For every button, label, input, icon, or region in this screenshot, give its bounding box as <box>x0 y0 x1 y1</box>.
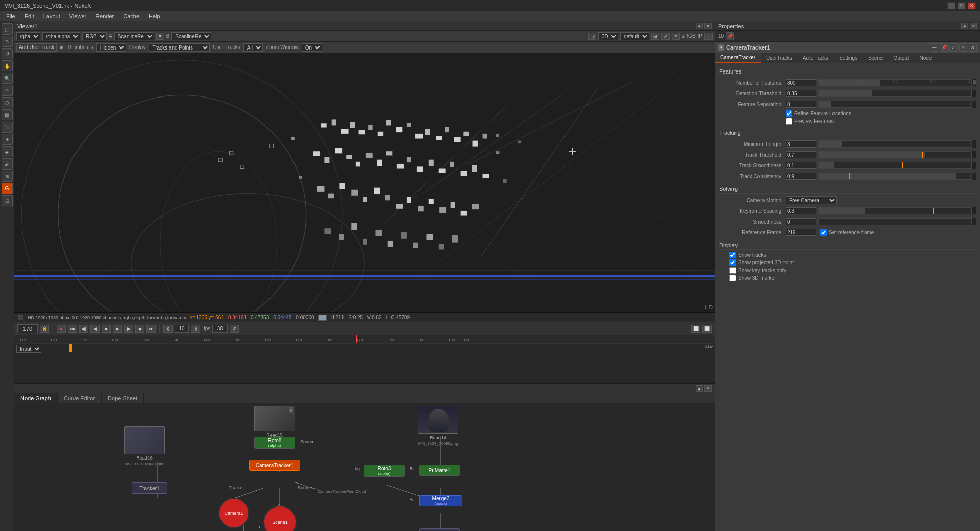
pause-btn[interactable]: ⏸ <box>704 33 713 40</box>
next-keyframe-button[interactable]: |▶ <box>135 325 144 333</box>
node-camera-tracker[interactable]: CameraTracker1 <box>249 460 300 471</box>
play-button[interactable]: ▶ <box>113 325 122 333</box>
record-button[interactable]: ● <box>57 325 66 333</box>
fps-input[interactable] <box>212 325 228 333</box>
num-features-input[interactable] <box>786 79 816 86</box>
a-input-select[interactable]: ScanlineRe <box>114 32 154 40</box>
fit-btn[interactable]: ⊞ <box>651 33 659 40</box>
node-scene1[interactable]: Scene1 2 1 <box>263 505 297 531</box>
panel-maximize[interactable]: ⤢ <box>949 43 958 52</box>
lut-select[interactable]: default <box>620 32 649 40</box>
skip-start-button[interactable]: ⏮ <box>68 325 77 333</box>
tab-output[interactable]: Output <box>889 53 915 63</box>
show-tracks-checkbox[interactable] <box>729 252 736 258</box>
props-close[interactable]: ✕ <box>970 23 977 29</box>
menu-help[interactable]: Help <box>144 12 164 20</box>
detection-scroll[interactable] <box>972 90 976 97</box>
node-roto8[interactable]: Roto8 (alpha) Source <box>254 437 295 449</box>
prev-frame-skip[interactable]: ⟪ <box>163 325 173 333</box>
show-projected-checkbox[interactable] <box>729 259 736 266</box>
track-smoothness-scroll[interactable] <box>972 162 976 169</box>
timeline-tracks[interactable]: Input 219 <box>14 344 715 383</box>
toolbar-transform[interactable]: ⊕ <box>2 171 13 182</box>
node-camera1[interactable]: Camera1 <box>218 498 249 528</box>
loop-button[interactable]: ↺ <box>230 325 239 333</box>
input-select[interactable]: Input <box>16 345 41 353</box>
ng-close[interactable]: ✕ <box>704 385 712 392</box>
thumbnails-select[interactable]: Hidden <box>96 43 126 52</box>
min-length-slider[interactable] <box>818 140 972 148</box>
menu-file[interactable]: File <box>2 12 19 20</box>
frame-number-input[interactable] <box>17 324 38 333</box>
toolbar-color[interactable]: ▨ <box>2 109 13 120</box>
reference-frame-input[interactable] <box>786 229 816 236</box>
a-down-btn[interactable]: ▼ <box>156 33 164 40</box>
toolbar-arrow[interactable]: ↖ <box>2 36 13 47</box>
user-tracks-select[interactable]: All <box>243 43 263 52</box>
num-features-slider[interactable]: 00.50.50.51 <box>818 79 972 86</box>
show-3d-marker-checkbox[interactable] <box>729 275 736 281</box>
frame-skip-input[interactable] <box>175 325 189 333</box>
track-consistency-input[interactable] <box>786 173 816 180</box>
toolbar-g[interactable]: G <box>2 183 13 194</box>
toolbar-draw[interactable]: ✏ <box>2 85 13 96</box>
track-consistency-slider[interactable] <box>818 173 972 180</box>
tab-curve-editor[interactable]: Curve Editor <box>58 393 102 403</box>
stop-button[interactable]: ■ <box>102 325 111 333</box>
keyframe-spacing-scroll[interactable] <box>972 207 976 214</box>
min-length-scroll[interactable] <box>972 140 976 148</box>
keyframe-spacing-input[interactable] <box>786 207 816 214</box>
detection-threshold-slider[interactable] <box>818 90 972 97</box>
lock-button[interactable]: 🔒 <box>40 325 49 333</box>
colorspace-select[interactable]: RGB <box>82 32 107 40</box>
track-threshold-scroll[interactable] <box>972 151 976 158</box>
node-merge3[interactable]: Merge3 (mask) A <box>419 495 462 506</box>
feature-separation-input[interactable] <box>786 101 816 108</box>
tab-node[interactable]: Node <box>915 53 938 63</box>
menu-cache[interactable]: Cache <box>119 12 143 20</box>
panel-close[interactable]: ✕ <box>969 43 977 52</box>
tab-scene[interactable]: Scene <box>863 53 888 63</box>
panel-pin[interactable]: 📌 <box>940 43 948 52</box>
panel-minimize[interactable]: — <box>930 43 938 52</box>
track-consistency-scroll[interactable] <box>972 173 976 180</box>
plus3-btn[interactable]: +3 <box>588 33 596 40</box>
preview-features-checkbox[interactable] <box>786 118 792 125</box>
show-key-tracks-checkbox[interactable] <box>729 267 736 274</box>
feature-separation-scroll[interactable] <box>972 101 976 108</box>
display-select[interactable]: Tracks and Points <box>149 43 210 52</box>
tab-camera-tracker[interactable]: CameraTracker <box>715 53 761 63</box>
toolbar-paint[interactable]: 🖌 <box>2 158 13 170</box>
smoothness-scroll[interactable] <box>972 218 976 225</box>
menu-render[interactable]: Render <box>91 12 118 20</box>
tab-user-tracks[interactable]: UserTracks <box>761 53 798 63</box>
track-threshold-slider[interactable] <box>818 151 972 158</box>
node-tracker1[interactable]: Tracker1 <box>132 482 167 494</box>
prev-keyframe-button[interactable]: ◀| <box>79 325 88 333</box>
toolbar-pan[interactable]: ✋ <box>2 60 13 71</box>
detection-threshold-input[interactable] <box>786 90 816 97</box>
alpha-select[interactable]: rgba.alpha <box>42 32 80 40</box>
menu-layout[interactable]: Layout <box>39 12 64 20</box>
smoothness-slider[interactable] <box>818 218 972 225</box>
tab-node-graph[interactable]: Node Graph <box>14 393 58 403</box>
node-read14[interactable]: Read14 MVI_3134_00096.png <box>418 406 458 446</box>
track-smoothness-slider[interactable] <box>818 162 972 169</box>
tab-settings[interactable]: Settings <box>834 53 863 63</box>
toolbar-particle[interactable]: ✦ <box>2 134 13 145</box>
menu-edit[interactable]: Edit <box>20 12 38 20</box>
track-smoothness-input[interactable] <box>786 162 816 169</box>
range-btn2[interactable]: ⬜ <box>702 325 712 333</box>
frame-forward-button[interactable]: ▶ <box>124 325 133 333</box>
viewer-canvas[interactable]: HD HD <box>14 53 715 312</box>
maximize-button[interactable]: □ <box>958 2 966 9</box>
smoothness-input[interactable] <box>786 218 816 225</box>
toolbar-select[interactable]: ⬚ <box>2 23 13 35</box>
track-threshold-input[interactable] <box>786 151 816 158</box>
b-input-select[interactable]: ScanlineRe <box>172 32 211 40</box>
viewer-close[interactable]: ✕ <box>704 23 712 29</box>
keyframe-spacing-slider[interactable] <box>818 207 972 214</box>
settings-btn[interactable]: ≡ <box>672 33 680 40</box>
node-premult2[interactable]: Premult2 <box>419 528 460 531</box>
set-ref-frame-checkbox[interactable] <box>820 229 827 236</box>
